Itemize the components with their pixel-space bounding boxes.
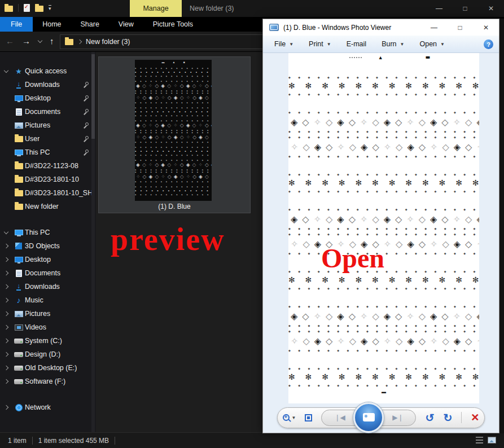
- viewer-content: ▲ ■■ ◆ ◆ ◆ ◆ ◆ ◆ ◆ ◆ ◆ ◆ ◆ ◆ ◆ ◆ ◆ ◆ ◆ ◆…: [263, 53, 499, 403]
- sidebar-item-this-pc[interactable]: This PC: [0, 146, 96, 159]
- maximize-button[interactable]: □: [452, 0, 478, 17]
- sidebar-item-videos[interactable]: Videos: [0, 320, 96, 334]
- help-button[interactable]: ?: [484, 39, 493, 49]
- chevron-right-icon[interactable]: [4, 325, 8, 330]
- chevron-right-icon[interactable]: [4, 298, 8, 302]
- magnifier-icon[interactable]: [283, 414, 290, 421]
- tab-file[interactable]: File: [0, 17, 33, 32]
- sidebar-item-pictures[interactable]: Pictures: [0, 307, 96, 320]
- chevron-right-icon[interactable]: [4, 244, 8, 248]
- breadcrumb[interactable]: New folder (3): [86, 38, 130, 46]
- tab-view[interactable]: View: [109, 17, 143, 32]
- sidebar-item-old-desktop-e[interactable]: Old Desktop (E:): [0, 361, 96, 375]
- thumbnail-top-markers: ▬▲■: [135, 60, 212, 64]
- details-view-icon[interactable]: [476, 437, 483, 443]
- play-slideshow-button[interactable]: [353, 402, 384, 433]
- tab-picture-tools[interactable]: Picture Tools: [143, 17, 203, 32]
- pattern-band-flower: ◆ ◆ ◆ ◆ ◆ ◆ ◆ ◆ ◆ ◆ ◆ ◆ ◆ ◆ ◆ ◆ ◆ ◆ ◆ ◆ …: [135, 146, 212, 156]
- sidebar-scrollbar[interactable]: [91, 52, 95, 432]
- forward-button[interactable]: →: [22, 36, 30, 46]
- thumbnail-view-icon[interactable]: [488, 437, 496, 443]
- properties-icon[interactable]: [24, 4, 30, 12]
- sidebar-item-d-3d23-1801-10[interactable]: D#3D23-1801-10: [0, 173, 96, 186]
- folder-icon: [15, 177, 23, 183]
- menu-item-print[interactable]: Print▼: [309, 40, 331, 48]
- sidebar-header-quick-access[interactable]: ★ Quick access: [0, 64, 96, 78]
- picture-icon: [15, 122, 23, 129]
- photo-image[interactable]: ▲ ■■ ◆ ◆ ◆ ◆ ◆ ◆ ◆ ◆ ◆ ◆ ◆ ◆ ◆ ◆ ◆ ◆ ◆ ◆…: [288, 53, 479, 403]
- squares-mark: ■■: [426, 54, 429, 61]
- chevron-down-icon: ▼: [440, 42, 445, 47]
- divider: [32, 437, 33, 445]
- sidebar-item-desktop[interactable]: Desktop: [0, 253, 96, 266]
- viewer-minimize-button[interactable]: —: [421, 19, 447, 36]
- drive-icon: [14, 339, 23, 344]
- sidebar-item-documents[interactable]: Documents: [0, 266, 96, 280]
- photo-viewer-app-icon: [269, 24, 279, 31]
- zoom-dropdown-icon[interactable]: ▼: [292, 415, 296, 420]
- previous-button[interactable]: ❘◀: [334, 414, 345, 421]
- chevron-right-icon[interactable]: [4, 405, 8, 410]
- image-top-markers: ▲ ■■: [288, 53, 479, 62]
- chevron-down-icon[interactable]: [4, 68, 8, 73]
- sidebar-item-music[interactable]: ♪Music: [0, 293, 96, 307]
- drive-icon: [14, 366, 23, 371]
- tab-home[interactable]: Home: [33, 17, 71, 32]
- back-button[interactable]: ←: [6, 36, 14, 46]
- chevron-right-icon[interactable]: [4, 311, 8, 316]
- sidebar-item-pictures[interactable]: Pictures: [0, 118, 96, 132]
- viewer-close-button[interactable]: ✕: [473, 19, 499, 36]
- sidebar-item-desktop[interactable]: Desktop: [0, 91, 96, 105]
- pin-icon: [83, 136, 89, 142]
- actual-size-icon[interactable]: [305, 414, 312, 421]
- zoom-control[interactable]: ▼: [283, 414, 296, 421]
- pattern-band-diamond: ◆ ◆ ◆ ◆ ◆ ◆ ◆ ◆ ◆ ◆ ◆ ◆ ◆ ◆ ◆ ◆ ◆ ◆ ◆ ◆ …: [288, 329, 479, 353]
- menu-item-label: File: [274, 40, 286, 48]
- sidebar-item-new-folder[interactable]: New folder: [0, 200, 96, 213]
- sidebar-item-design-d[interactable]: Design (D:): [0, 348, 96, 361]
- viewer-maximize-button[interactable]: □: [447, 19, 473, 36]
- minimize-button[interactable]: —: [426, 0, 452, 17]
- chevron-right-icon[interactable]: [4, 339, 8, 343]
- rotate-counterclockwise-button[interactable]: ↺: [425, 412, 434, 423]
- chevron-right-icon[interactable]: [4, 379, 8, 384]
- pattern-band-diamond: ◆ ◆ ◆ ◆ ◆ ◆ ◆ ◆ ◆ ◆ ◆ ◆ ◆ ◆ ◆ ◆ ◆ ◆ ◆ ◆ …: [135, 92, 212, 104]
- chevron-right-icon[interactable]: [4, 284, 8, 289]
- customize-qat-icon[interactable]: ▾: [49, 5, 51, 11]
- chevron-down-icon[interactable]: [4, 230, 8, 234]
- sidebar-item-downloads[interactable]: ↓Downloads: [0, 280, 96, 293]
- file-thumbnail[interactable]: ▬▲■ ◆ ◆ ◆ ◆ ◆ ◆ ◆ ◆ ◆ ◆ ◆ ◆ ◆ ◆ ◆ ◆ ◆ ◆ …: [135, 60, 212, 201]
- menu-item-file[interactable]: File▼: [274, 40, 293, 48]
- sidebar-header-this-pc[interactable]: This PC: [0, 226, 96, 239]
- sidebar-item-downloads[interactable]: ↓Downloads: [0, 78, 96, 91]
- close-button[interactable]: ✕: [478, 0, 504, 17]
- folder-icon[interactable]: [5, 6, 13, 12]
- chevron-right-icon[interactable]: [4, 352, 8, 357]
- up-button[interactable]: ↑: [50, 36, 54, 46]
- next-button[interactable]: ▶❘: [392, 414, 403, 421]
- sidebar-item-software-f[interactable]: Software (F:): [0, 375, 96, 388]
- quick-access-toolbar: ▾: [5, 4, 51, 12]
- tab-share[interactable]: Share: [71, 17, 109, 32]
- sidebar-item-user[interactable]: User: [0, 132, 96, 146]
- rotate-clockwise-button[interactable]: ↻: [443, 412, 452, 423]
- menu-item-burn[interactable]: Burn▼: [382, 40, 404, 48]
- chevron-right-icon[interactable]: [4, 366, 8, 370]
- sidebar-item-label: Desktop: [25, 94, 51, 102]
- sidebar-item-3d-objects[interactable]: 3D Objects: [0, 239, 96, 253]
- delete-button[interactable]: ✕: [471, 412, 479, 423]
- sidebar-item-network[interactable]: Network: [0, 401, 96, 414]
- sidebar-item-d-3d22-1123-08[interactable]: D#3D22-1123-08: [0, 159, 96, 173]
- sidebar-item-system-c[interactable]: System (C:): [0, 334, 96, 348]
- file-tile-selected[interactable]: ▬▲■ ◆ ◆ ◆ ◆ ◆ ◆ ◆ ◆ ◆ ◆ ◆ ◆ ◆ ◆ ◆ ◆ ◆ ◆ …: [98, 56, 251, 213]
- chevron-right-icon[interactable]: [4, 271, 8, 275]
- new-folder-icon[interactable]: [35, 6, 43, 12]
- chevron-right-icon[interactable]: [4, 257, 8, 262]
- menu-item-open[interactable]: Open▼: [419, 40, 445, 48]
- recent-locations-icon[interactable]: [38, 38, 42, 42]
- pattern-band-diamond: ◆ ◆ ◆ ◆ ◆ ◆ ◆ ◆ ◆ ◆ ◆ ◆ ◆ ◆ ◆ ◆ ◆ ◆ ◆ ◆ …: [288, 207, 479, 231]
- sidebar-item-documents[interactable]: Documents: [0, 105, 96, 118]
- sidebar-item-d-3d23-1801-10-sh[interactable]: D#3D23-1801-10_SH: [0, 186, 96, 200]
- manage-contextual-tab[interactable]: Manage: [130, 0, 182, 17]
- menu-item-e-mail[interactable]: E-mail: [347, 40, 366, 48]
